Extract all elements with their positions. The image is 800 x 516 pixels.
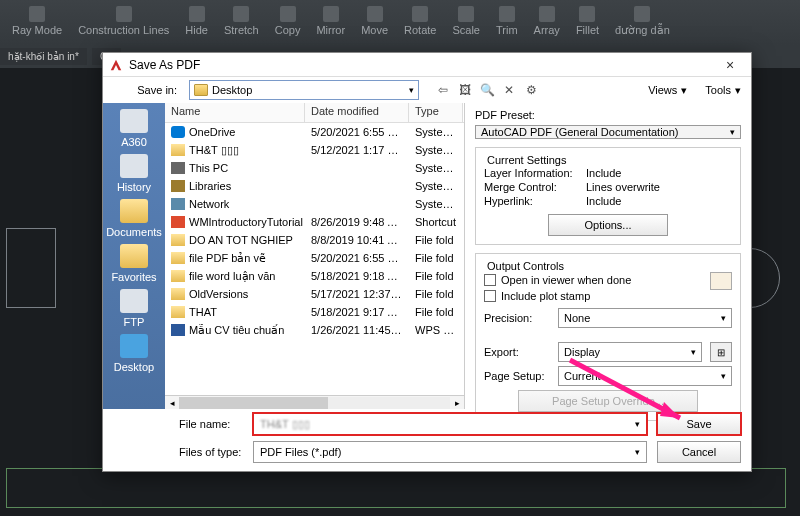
file-fold-icon <box>171 306 185 318</box>
file-row[interactable]: Mẫu CV tiêu chuẩn1/26/2021 11:45 PMWPS P… <box>165 321 464 339</box>
place-ftp[interactable]: FTP <box>120 289 148 328</box>
file-type: System l <box>409 126 463 138</box>
file-name: This PC <box>189 162 228 174</box>
file-row[interactable]: DO AN TOT NGHIEP8/8/2019 10:41 AMFile fo… <box>165 231 464 249</box>
file-row[interactable]: OneDrive5/20/2021 6:55 PMSystem l <box>165 123 464 141</box>
scroll-left-icon[interactable]: ◂ <box>165 398 179 408</box>
chevron-down-icon: ▾ <box>681 84 687 97</box>
ribbon-fillet[interactable]: Fillet <box>570 4 605 41</box>
place-history[interactable]: History <box>117 154 151 193</box>
drawing-tab-1[interactable]: hặt-khối bản in* <box>0 48 87 65</box>
plot-stamp-button[interactable] <box>710 272 732 290</box>
file-fold-icon <box>171 144 185 156</box>
tools-menu[interactable]: Tools▾ <box>705 84 741 97</box>
filetype-combo[interactable]: PDF Files (*.pdf) ▾ <box>253 441 647 463</box>
file-date: 5/18/2021 9:18 AM <box>305 270 409 282</box>
views-menu[interactable]: Views▾ <box>648 84 687 97</box>
place-desktop[interactable]: Desktop <box>114 334 154 373</box>
file-fold-icon <box>171 270 185 282</box>
file-name: OneDrive <box>189 126 235 138</box>
file-date: 5/17/2021 12:37 PM <box>305 288 409 300</box>
filename-value: TH&T ▯▯▯ <box>260 418 310 431</box>
preset-combo[interactable]: AutoCAD PDF (General Documentation) ▾ <box>475 125 741 139</box>
cancel-button[interactable]: Cancel <box>657 441 741 463</box>
file-fold-icon <box>171 252 185 264</box>
file-row[interactable]: THAT5/18/2021 9:17 AMFile fold <box>165 303 464 321</box>
file-row[interactable]: file PDF bản vẽ5/20/2021 6:55 PMFile fol… <box>165 249 464 267</box>
file-row[interactable]: file word luận văn5/18/2021 9:18 AMFile … <box>165 267 464 285</box>
ribbon-label: đường dẫn <box>615 24 670 37</box>
options-button[interactable]: Options... <box>548 214 668 236</box>
export-label: Export: <box>484 346 550 358</box>
place-a360[interactable]: A360 <box>120 109 148 148</box>
file-type: File fold <box>409 234 463 246</box>
file-date: 8/8/2019 10:41 AM <box>305 234 409 246</box>
file-name: Mẫu CV tiêu chuẩn <box>189 324 284 337</box>
ribbon-array[interactable]: Array <box>528 4 566 41</box>
file-row[interactable]: OldVersions5/17/2021 12:37 PMFile fold <box>165 285 464 303</box>
current-settings-group: Current Settings Layer Information:Inclu… <box>475 147 741 245</box>
fileoptions-icon[interactable]: ⚙ <box>523 82 539 98</box>
file-type: WPS PD <box>409 324 463 336</box>
place-label: FTP <box>124 316 145 328</box>
open-in-viewer-checkbox[interactable]: Open in viewer when done <box>484 272 710 288</box>
precision-value: None <box>564 312 590 324</box>
file-row[interactable]: This PCSystem l <box>165 159 464 177</box>
precision-combo[interactable]: None▾ <box>558 308 732 328</box>
ribbon-trim[interactable]: Trim <box>490 4 524 41</box>
place-favorites[interactable]: Favorites <box>111 244 156 283</box>
close-button[interactable]: × <box>715 57 745 73</box>
file-row[interactable]: LibrariesSystem l <box>165 177 464 195</box>
filename-input[interactable]: TH&T ▯▯▯ ▾ <box>253 413 647 435</box>
include-plot-stamp-checkbox[interactable]: Include plot stamp <box>484 288 710 304</box>
output-controls-legend: Output Controls <box>484 260 567 272</box>
scroll-thumb[interactable] <box>179 397 328 409</box>
save-button[interactable]: Save <box>657 413 741 435</box>
back-icon[interactable]: ⇦ <box>435 82 451 98</box>
file-type: File fold <box>409 306 463 318</box>
file-name: DO AN TOT NGHIEP <box>189 234 293 246</box>
chevron-down-icon: ▾ <box>409 85 414 95</box>
chevron-down-icon: ▾ <box>691 347 696 357</box>
scroll-right-icon[interactable]: ▸ <box>450 398 464 408</box>
up-icon[interactable]: 🖾 <box>457 82 473 98</box>
search-icon[interactable]: 🔍 <box>479 82 495 98</box>
page-setup-label: Page Setup: <box>484 370 550 382</box>
delete-icon[interactable]: ✕ <box>501 82 517 98</box>
file-type: File fold <box>409 270 463 282</box>
ribbon-construction[interactable]: Construction Lines <box>72 4 175 41</box>
ribbon-stretch[interactable]: Stretch <box>218 4 265 41</box>
file-fold-icon <box>171 234 185 246</box>
file-date: 5/12/2021 1:17 PM <box>305 144 409 156</box>
ribbon-label: Hide <box>185 24 208 36</box>
file-name: file word luận văn <box>189 270 276 283</box>
file-row[interactable]: TH&T ▯▯▯5/12/2021 1:17 PMSystem l <box>165 141 464 159</box>
place-label: History <box>117 181 151 193</box>
ribbon-mirror[interactable]: Mirror <box>310 4 351 41</box>
views-label: Views <box>648 84 677 96</box>
ribbon-rotate[interactable]: Rotate <box>398 4 442 41</box>
page-setup-combo[interactable]: Current▾ <box>558 366 732 386</box>
ribbon-ray[interactable]: Ray Mode <box>6 4 68 41</box>
place-documents[interactable]: Documents <box>106 199 162 238</box>
file-cloud-icon <box>171 126 185 138</box>
ribbon-label: Fillet <box>576 24 599 36</box>
file-row[interactable]: WMIntroductoryTutorial8/26/2019 9:48 AMS… <box>165 213 464 231</box>
ribbon-scale[interactable]: Scale <box>446 4 486 41</box>
ribbon-hide[interactable]: Hide <box>179 4 214 41</box>
column-date-header[interactable]: Date modified <box>305 103 409 122</box>
file-row[interactable]: NetworkSystem l <box>165 195 464 213</box>
ribbon-layer-combo[interactable]: đường dẫn <box>609 4 676 41</box>
savein-combo[interactable]: Desktop ▾ <box>189 80 419 100</box>
ribbon-move[interactable]: Move <box>355 4 394 41</box>
ribbon-label: Mirror <box>316 24 345 36</box>
ribbon-copy[interactable]: Copy <box>269 4 307 41</box>
column-name-header[interactable]: Name <box>165 103 305 122</box>
export-combo[interactable]: Display▾ <box>558 342 702 362</box>
window-selection-button[interactable]: ⊞ <box>710 342 732 362</box>
place-label: Desktop <box>114 361 154 373</box>
column-type-header[interactable]: Type <box>409 103 463 122</box>
horizontal-scrollbar[interactable]: ◂ ▸ <box>165 395 464 409</box>
place-label: A360 <box>121 136 147 148</box>
file-name: OldVersions <box>189 288 248 300</box>
